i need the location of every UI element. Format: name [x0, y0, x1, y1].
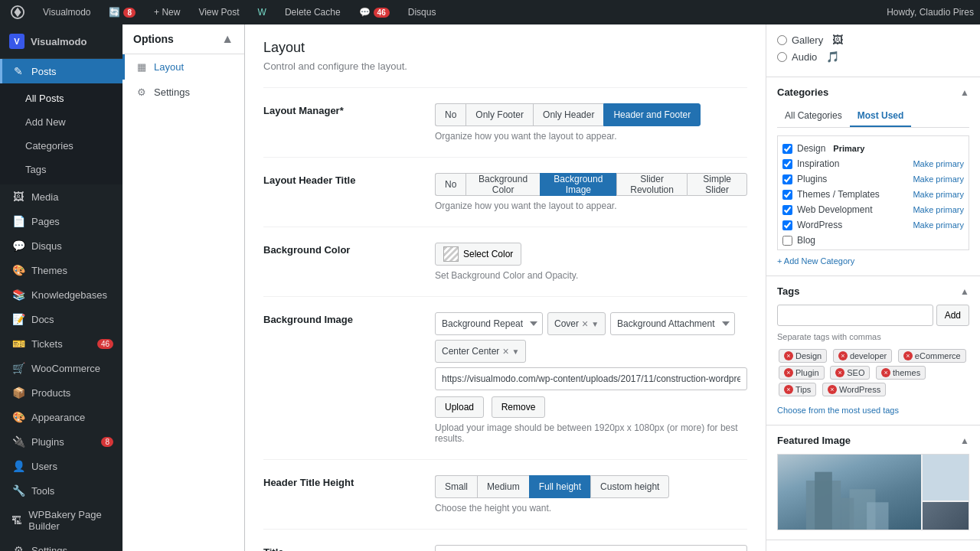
sidebar-item-docs[interactable]: 📝 Docs: [0, 307, 122, 331]
cat-blog-checkbox[interactable]: [782, 236, 792, 246]
cat-webdev-checkbox[interactable]: [782, 205, 792, 215]
categories-header[interactable]: Categories ▲: [777, 86, 969, 98]
cat-wordpress-checkbox[interactable]: [782, 220, 792, 230]
featured-image-toggle-icon[interactable]: ▲: [960, 435, 969, 446]
sidebar-item-plugins[interactable]: 🔌 Plugins 8: [0, 429, 122, 454]
sidebar-subitem-add-new[interactable]: Add New: [0, 110, 122, 134]
wp-logo[interactable]: [6, 0, 29, 24]
lht-bg-color-btn[interactable]: Background Color: [466, 173, 540, 196]
cat-themes-checkbox[interactable]: [782, 190, 792, 200]
disqus[interactable]: Disqus: [403, 0, 441, 24]
add-new[interactable]: + New: [149, 0, 185, 24]
add-new-category[interactable]: + Add New Category: [777, 256, 854, 266]
tags-add-btn[interactable]: Add: [936, 305, 969, 326]
lht-slider-rev-btn[interactable]: Slider Revolution: [616, 173, 688, 196]
sub-sidebar-item-layout[interactable]: ▦ Layout: [122, 54, 244, 80]
sidebar-logo[interactable]: V Visualmodo: [0, 24, 122, 59]
gallery-radio[interactable]: [777, 35, 787, 45]
delete-cache[interactable]: Delete Cache: [280, 0, 345, 24]
sidebar-subitem-categories[interactable]: Categories: [0, 134, 122, 158]
sidebar-item-posts[interactable]: ✎ Posts: [0, 59, 122, 83]
tag-design-remove-icon[interactable]: ×: [784, 351, 793, 360]
sidebar-item-appearance[interactable]: 🎨 Appearance: [0, 405, 122, 429]
tag-tips[interactable]: × Tips: [779, 383, 816, 396]
sidebar-item-products[interactable]: 📦 Products: [0, 380, 122, 405]
layout-only-footer-btn[interactable]: Only Footer: [466, 103, 533, 126]
tag-plugin-remove-icon[interactable]: ×: [784, 368, 793, 377]
remove-btn[interactable]: Remove: [492, 396, 546, 418]
tag-seo-remove-icon[interactable]: ×: [835, 368, 844, 377]
choose-tags-link[interactable]: Choose from the most used tags: [777, 406, 899, 415]
webdev-make-primary[interactable]: Make primary: [913, 205, 964, 214]
lht-bg-image-btn[interactable]: Background Image: [540, 173, 616, 196]
updates-icon[interactable]: 🔄 8: [104, 0, 140, 24]
featured-image-header[interactable]: Featured Image ▲: [777, 435, 969, 446]
view-post[interactable]: View Post: [194, 0, 243, 24]
tag-ecommerce-remove-icon[interactable]: ×: [903, 351, 913, 360]
height-custom-btn[interactable]: Custom height: [590, 475, 669, 498]
height-full-btn[interactable]: Full height: [529, 475, 590, 498]
plugins-make-primary[interactable]: Make primary: [913, 174, 964, 184]
lht-simple-slider-btn[interactable]: Simple Slider: [687, 173, 747, 196]
sidebar-item-pages[interactable]: 📄 Pages: [0, 209, 122, 233]
sidebar-item-woocommerce[interactable]: 🛒 WooCommerce: [0, 356, 122, 380]
cover-arrow-icon[interactable]: ▼: [591, 320, 599, 328]
sidebar-item-wpbakery[interactable]: 🏗 WPBakery Page Builder: [0, 503, 122, 538]
sidebar-item-disqus[interactable]: 💬 Disqus: [0, 233, 122, 258]
all-categories-tab[interactable]: All Categories: [777, 106, 850, 127]
height-medium-btn[interactable]: Medium: [477, 475, 529, 498]
sub-sidebar-item-settings[interactable]: ⚙ Settings: [122, 80, 244, 105]
select-color-btn[interactable]: Select Color: [435, 243, 521, 266]
collapse-arrow-icon[interactable]: ▲: [221, 32, 234, 46]
position-remove-icon[interactable]: ×: [502, 346, 508, 357]
sidebar-item-tickets[interactable]: 🎫 Tickets 46: [0, 331, 122, 356]
tag-design[interactable]: × Design: [779, 349, 827, 363]
lht-no-btn[interactable]: No: [435, 173, 466, 196]
tag-themes[interactable]: × themes: [876, 366, 926, 380]
tag-developer-remove-icon[interactable]: ×: [838, 351, 848, 360]
position-arrow-icon[interactable]: ▼: [512, 347, 520, 356]
bg-image-url-input[interactable]: [435, 367, 747, 390]
wordpress-make-primary[interactable]: Make primary: [913, 220, 964, 230]
sidebar-subitem-all-posts[interactable]: All Posts: [0, 86, 122, 110]
tag-ecommerce[interactable]: × eCommerce: [898, 349, 966, 363]
tag-wordpress-remove-icon[interactable]: ×: [828, 385, 837, 394]
cat-plugins-checkbox[interactable]: [782, 174, 792, 184]
layout-header-footer-btn[interactable]: Header and Footer: [603, 103, 701, 126]
categories-toggle-icon[interactable]: ▲: [960, 87, 969, 98]
gallery-option[interactable]: Gallery 🖼: [777, 34, 969, 46]
sidebar-item-tools[interactable]: 🔧 Tools: [0, 478, 122, 503]
height-small-btn[interactable]: Small: [435, 475, 477, 498]
tags-input[interactable]: [777, 305, 933, 326]
tag-seo[interactable]: × SEO: [830, 366, 870, 380]
audio-radio[interactable]: [777, 52, 787, 62]
bg-repeat-select[interactable]: Background Repeat No Repeat Repeat Repea…: [435, 312, 543, 335]
audio-option[interactable]: Audio 🎵: [777, 51, 969, 63]
upload-btn[interactable]: Upload: [435, 396, 484, 418]
sidebar-subitem-tags[interactable]: Tags: [0, 158, 122, 181]
sidebar-item-themes[interactable]: 🎨 Themes: [0, 258, 122, 282]
title-input[interactable]: [435, 545, 747, 551]
inspiration-make-primary[interactable]: Make primary: [913, 159, 964, 168]
site-name[interactable]: Visualmodo: [38, 0, 95, 24]
cat-inspiration-checkbox[interactable]: [782, 159, 792, 169]
sidebar-item-users[interactable]: 👤 Users: [0, 454, 122, 478]
layout-no-btn[interactable]: No: [435, 103, 466, 126]
sidebar-item-media[interactable]: 🖼 Media: [0, 184, 122, 209]
layout-only-header-btn[interactable]: Only Header: [533, 103, 603, 126]
cover-remove-icon[interactable]: ×: [582, 318, 588, 329]
tags-header[interactable]: Tags ▲: [777, 285, 969, 297]
tag-tips-remove-icon[interactable]: ×: [784, 385, 793, 394]
tags-toggle-icon[interactable]: ▲: [960, 286, 969, 297]
tag-developer[interactable]: × developer: [833, 349, 892, 363]
sidebar-item-knowledgebases[interactable]: 📚 Knowledgebases: [0, 282, 122, 307]
bg-attachment-select[interactable]: Background Attachment Scroll Fixed Local: [610, 312, 735, 335]
comments-icon[interactable]: 💬 46: [354, 0, 394, 24]
wp-icon[interactable]: W: [253, 0, 271, 24]
cat-design-checkbox[interactable]: [782, 144, 792, 154]
featured-image-preview[interactable]: [777, 454, 969, 530]
most-used-tab[interactable]: Most Used: [850, 106, 912, 127]
themes-make-primary[interactable]: Make primary: [913, 190, 964, 199]
tag-wordpress[interactable]: × WordPress: [822, 383, 886, 396]
tag-themes-remove-icon[interactable]: ×: [881, 368, 890, 377]
